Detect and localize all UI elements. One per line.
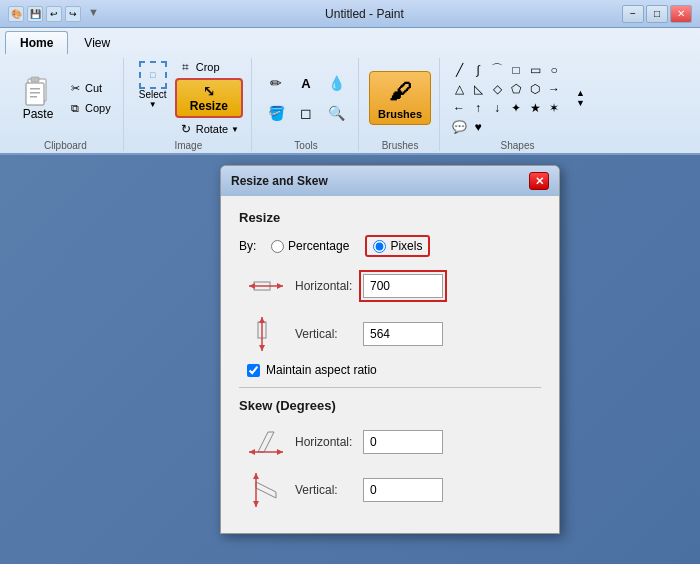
close-button[interactable]: ✕ bbox=[670, 5, 692, 23]
percentage-radio[interactable] bbox=[271, 240, 284, 253]
shape-hexagon[interactable]: ⬡ bbox=[526, 80, 544, 98]
horizontal-row: Horizontal: bbox=[239, 267, 541, 305]
vertical-arrow-icon bbox=[247, 315, 285, 353]
shape-arrow-down[interactable]: ↓ bbox=[488, 99, 506, 117]
copy-icon: ⧉ bbox=[68, 101, 82, 115]
shape-diamond[interactable]: ◇ bbox=[488, 80, 506, 98]
shapes-scroll-up[interactable]: ▲ bbox=[576, 88, 585, 98]
dialog-body: Resize By: Percentage Pixels bbox=[221, 196, 559, 533]
copy-button[interactable]: ⧉ Copy bbox=[64, 99, 115, 117]
title-separator: ▼ bbox=[88, 6, 99, 22]
vertical-input[interactable] bbox=[363, 322, 443, 346]
shape-star6[interactable]: ✶ bbox=[545, 99, 563, 117]
color-picker-button[interactable]: 💧 bbox=[322, 69, 350, 97]
rotate-icon: ↻ bbox=[179, 122, 193, 136]
dialog-titlebar: Resize and Skew ✕ bbox=[221, 166, 559, 196]
shape-arrow-up[interactable]: ↑ bbox=[469, 99, 487, 117]
svg-marker-9 bbox=[277, 283, 283, 289]
crop-icon: ⌗ bbox=[179, 60, 193, 74]
shapes-group: ╱ ∫ ⌒ □ ▭ ○ △ ◺ ◇ ⬠ ⬡ → ← ↑ ↓ ✦ ★ bbox=[442, 58, 593, 151]
aspect-ratio-label: Maintain aspect ratio bbox=[266, 363, 377, 377]
shape-right-triangle[interactable]: ◺ bbox=[469, 80, 487, 98]
pencil-button[interactable]: ✏ bbox=[262, 69, 290, 97]
brushes-button[interactable]: 🖌 Brushes bbox=[369, 71, 431, 125]
pixels-option[interactable]: Pixels bbox=[365, 235, 430, 257]
brush-icon: 🖌 bbox=[384, 76, 416, 108]
svg-marker-17 bbox=[277, 449, 283, 455]
skew-section: Skew (Degrees) Horizontal: bbox=[239, 387, 541, 509]
shape-star5[interactable]: ★ bbox=[526, 99, 544, 117]
ribbon-content: Paste ✂ Cut ⧉ Copy Clipboard bbox=[0, 54, 700, 153]
select-button[interactable]: □ Select ▼ bbox=[134, 58, 172, 112]
window-title: Untitled - Paint bbox=[107, 7, 622, 21]
tools-col-3: 💧 🔍 bbox=[322, 69, 350, 127]
shape-ellipse[interactable]: ○ bbox=[545, 61, 563, 79]
title-bar: 🎨 💾 ↩ ↪ ▼ Untitled - Paint − □ ✕ bbox=[0, 0, 700, 28]
skew-vertical-row: Vertical: bbox=[239, 471, 541, 509]
by-row: By: Percentage Pixels bbox=[239, 235, 541, 257]
shape-triangle[interactable]: △ bbox=[450, 80, 468, 98]
clipboard-secondary: ✂ Cut ⧉ Copy bbox=[64, 79, 115, 117]
cut-button[interactable]: ✂ Cut bbox=[64, 79, 115, 97]
paste-button[interactable]: Paste bbox=[16, 71, 60, 125]
svg-rect-2 bbox=[31, 77, 39, 82]
shapes-scroll-down[interactable]: ▼ bbox=[576, 98, 585, 108]
app-icon: 🎨 bbox=[8, 6, 24, 22]
clipboard-label: Clipboard bbox=[44, 140, 87, 151]
image-label: Image bbox=[174, 140, 202, 151]
quick-save-icon[interactable]: 💾 bbox=[27, 6, 43, 22]
svg-marker-18 bbox=[256, 482, 276, 498]
resize-section-label: Resize bbox=[239, 210, 541, 225]
horizontal-arrow-icon bbox=[247, 267, 285, 305]
fill-button[interactable]: 🪣 bbox=[262, 99, 290, 127]
crop-button[interactable]: ⌗ Crop bbox=[175, 58, 243, 76]
maintain-aspect-checkbox[interactable] bbox=[247, 364, 260, 377]
quick-redo-icon[interactable]: ↪ bbox=[65, 6, 81, 22]
shape-arrow-left[interactable]: ← bbox=[450, 99, 468, 117]
minimize-button[interactable]: − bbox=[622, 5, 644, 23]
magnify-button[interactable]: 🔍 bbox=[322, 99, 350, 127]
percentage-option[interactable]: Percentage bbox=[271, 235, 349, 257]
shape-callout[interactable]: 💬 bbox=[450, 118, 468, 136]
tools-col-2: A ◻ bbox=[292, 69, 320, 127]
svg-marker-20 bbox=[253, 473, 259, 479]
shape-heart[interactable]: ♥ bbox=[469, 118, 487, 136]
skew-vertical-input[interactable] bbox=[363, 478, 443, 502]
tools-content: ✏ 🪣 A ◻ 💧 🔍 bbox=[262, 58, 350, 138]
shape-rect[interactable]: □ bbox=[507, 61, 525, 79]
clipboard-content: Paste ✂ Cut ⧉ Copy bbox=[16, 58, 115, 138]
skew-horizontal-input[interactable] bbox=[363, 430, 443, 454]
shape-freeform[interactable]: ⌒ bbox=[488, 61, 506, 79]
tab-view[interactable]: View bbox=[69, 31, 125, 54]
maximize-button[interactable]: □ bbox=[646, 5, 668, 23]
shape-rounded-rect[interactable]: ▭ bbox=[526, 61, 544, 79]
shape-arrow-right[interactable]: → bbox=[545, 80, 563, 98]
shape-line[interactable]: ╱ bbox=[450, 61, 468, 79]
brushes-group: 🖌 Brushes Brushes bbox=[361, 58, 440, 151]
shape-curve[interactable]: ∫ bbox=[469, 61, 487, 79]
horizontal-input[interactable] bbox=[363, 274, 443, 298]
paste-icon bbox=[22, 75, 54, 107]
title-bar-icons: 🎨 💾 ↩ ↪ ▼ bbox=[8, 6, 99, 22]
tab-home[interactable]: Home bbox=[5, 31, 68, 54]
ribbon-tabs: Home View bbox=[0, 28, 700, 54]
pixels-radio[interactable] bbox=[373, 240, 386, 253]
shape-star4[interactable]: ✦ bbox=[507, 99, 525, 117]
eraser-button[interactable]: ◻ bbox=[292, 99, 320, 127]
cut-icon: ✂ bbox=[68, 81, 82, 95]
svg-rect-1 bbox=[26, 83, 44, 105]
quick-undo-icon[interactable]: ↩ bbox=[46, 6, 62, 22]
shape-pentagon[interactable]: ⬠ bbox=[507, 80, 525, 98]
by-label: By: bbox=[239, 239, 271, 253]
aspect-ratio-row: Maintain aspect ratio bbox=[247, 363, 541, 377]
shapes-grid: ╱ ∫ ⌒ □ ▭ ○ △ ◺ ◇ ⬠ ⬡ → ← ↑ ↓ ✦ ★ bbox=[450, 61, 570, 136]
resize-skew-dialog: Resize and Skew ✕ Resize By: Percentage bbox=[220, 165, 560, 534]
dialog-close-button[interactable]: ✕ bbox=[529, 172, 549, 190]
rotate-button[interactable]: ↻ Rotate ▼ bbox=[175, 120, 243, 138]
resize-button[interactable]: ⤡ Resize bbox=[175, 78, 243, 118]
svg-marker-13 bbox=[259, 345, 265, 351]
tools-group: ✏ 🪣 A ◻ 💧 🔍 Tools bbox=[254, 58, 359, 151]
canvas-area: Resize and Skew ✕ Resize By: Percentage bbox=[0, 155, 700, 564]
text-button[interactable]: A bbox=[292, 69, 320, 97]
select-icon: □ bbox=[139, 61, 167, 89]
